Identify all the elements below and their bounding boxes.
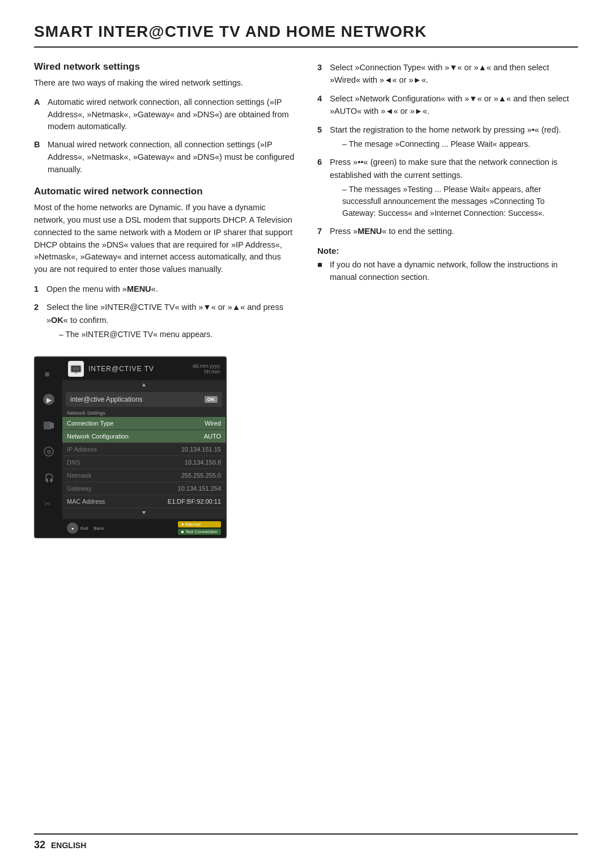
step-4: 4 Select »Network Configuration« with »▼… — [317, 92, 578, 118]
comfort-guide-icon: ⊞ — [39, 363, 59, 384]
steps-right: 3 Select »Connection Type« with »▼« or »… — [317, 61, 578, 238]
tv-label-gateway: Gateway — [67, 485, 91, 492]
step-7: 7 Press »MENU« to end the setting. — [317, 225, 578, 237]
tv-ok-badge: OK — [205, 396, 218, 403]
svg-rect-4 — [50, 423, 54, 428]
tv-color-buttons: ● Attempt ■ Test Connection — [178, 521, 221, 535]
list-text-a: Automatic wired network connection, all … — [48, 96, 295, 133]
step-3: 3 Select »Connection Type« with »▼« or »… — [317, 61, 578, 87]
step4-num: 4 — [317, 92, 325, 118]
footer-number: 32 — [34, 839, 45, 851]
footer-lang: ENGLISH — [51, 841, 86, 850]
step6-sub: – The messages »Testing ... Please Wait«… — [342, 184, 578, 219]
svg-text:⚙: ⚙ — [46, 449, 52, 455]
record-icon — [39, 415, 59, 436]
tv-value-mac: E1:DF:BF:92:00:11 — [168, 498, 221, 505]
step-2: 2 Select the line »INTER@CTIVE TV« with … — [34, 301, 295, 341]
tv-main-panel: INTER@CTIVE TV dd.mm.yyyy hh:mm ▲ inter@… — [62, 358, 226, 537]
tv-chevron-down: ▼ — [62, 508, 226, 517]
tv-exit-btn[interactable]: ● — [67, 522, 78, 534]
svg-text:✂: ✂ — [44, 499, 51, 508]
step-6: 6 Press »••« (green) to make sure that t… — [317, 156, 578, 219]
tv-row-connection-type: Connection Type Wired — [62, 417, 226, 430]
tv-row-netmask: Netmask 255.255.255.0 — [62, 469, 226, 482]
tv-value-connection-type: Wired — [205, 420, 221, 427]
tv-logo — [68, 361, 84, 377]
tv-sidebar: ⊞ ▶ ⚙ 🎧 ✂ — [35, 358, 226, 537]
tv-label-netmask: Netmask — [67, 472, 91, 479]
tv-back-label: Back — [94, 526, 104, 531]
step3-text: Select »Connection Type« with »▼« or »▲«… — [330, 61, 578, 87]
step-1: 1 Open the menu with »MENU«. — [34, 283, 295, 295]
headphone-icon: 🎧 — [39, 467, 59, 488]
tv-exit-icon: ● — [71, 526, 74, 530]
step5-num: 5 — [317, 124, 325, 150]
section1-intro: There are two ways of making the wired n… — [34, 77, 295, 90]
tv-app-label: inter@ctive Applications — [70, 395, 143, 403]
left-column: Wired network settings There are two way… — [34, 61, 295, 538]
tv-header: INTER@CTIVE TV dd.mm.yyyy hh:mm — [62, 358, 226, 380]
step2-sub: – The »INTER@CTIVE TV« menu appears. — [59, 329, 295, 341]
page-footer: 32 ENGLISH — [34, 833, 578, 851]
list-letter-b: B — [34, 139, 42, 176]
tv-chevron-up: ▲ — [62, 380, 226, 389]
tv-network-label: Network Settings — [62, 408, 226, 417]
step5-sub: – The mesage »Connecting ... Please Wait… — [342, 138, 561, 150]
section1-title: Wired network settings — [34, 61, 295, 73]
svg-text:🎧: 🎧 — [44, 473, 54, 483]
svg-rect-11 — [75, 372, 77, 373]
right-column: 3 Select »Connection Type« with »▼« or »… — [317, 61, 578, 538]
note-label: Note: — [317, 246, 578, 256]
tv-value-gateway: 10.134.151.254 — [178, 485, 221, 492]
tv-green-btn[interactable]: ■ Test Connection — [178, 529, 221, 535]
svg-text:▶: ▶ — [46, 396, 52, 404]
tv-label-connection-type: Connection Type — [67, 420, 113, 427]
tv-row-gateway: Gateway 10.134.151.254 — [62, 482, 226, 495]
tv-screen: ⊞ ▶ ⚙ 🎧 ✂ — [34, 356, 227, 538]
tv-rows: Connection Type Wired Network Configurat… — [62, 417, 226, 508]
tv-icon-bar: ⊞ ▶ ⚙ 🎧 ✂ — [35, 358, 62, 537]
note-item: ■ If you do not have a dynamic network, … — [317, 259, 578, 284]
play-icon: ▶ — [39, 389, 59, 410]
tv-value-netmask: 255.255.255.0 — [181, 472, 221, 479]
list-letter-a: A — [34, 96, 42, 133]
step7-num: 7 — [317, 225, 325, 237]
note-text: If you do not have a dynamic network, fo… — [330, 259, 578, 284]
tv-title: INTER@CTIVE TV — [88, 365, 154, 373]
svg-rect-10 — [73, 367, 79, 371]
step3-num: 3 — [317, 61, 325, 87]
tv-row-network-config: Network Configuration AUTO — [62, 430, 226, 443]
step4-text: Select »Network Configuration« with »▼« … — [330, 92, 578, 118]
section2-body: Most of the home networks are Dynamic. I… — [34, 202, 295, 276]
tv-row-ip: IP Address 10.134.151.15 — [62, 443, 226, 456]
step6-content: Press »••« (green) to make sure that the… — [330, 156, 578, 219]
step2-num: 2 — [34, 301, 42, 341]
step6-num: 6 — [317, 156, 325, 219]
step5-text: Start the registration to the home netwo… — [330, 125, 561, 134]
step2-text: Select the line »INTER@CTIVE TV« with »▼… — [46, 303, 283, 324]
tv-value-network-config: AUTO — [204, 433, 221, 440]
step6-text: Press »••« (green) to make sure that the… — [330, 158, 558, 179]
tv-exit-label: Exit — [80, 526, 88, 531]
section2-title: Automatic wired network connection — [34, 186, 295, 197]
tv-label-dns: DNS — [67, 459, 80, 466]
step7-text: Press »MENU« to end the setting. — [330, 225, 454, 237]
tv-label-network-config: Network Configuration — [67, 433, 129, 440]
tv-bottom-left: ● Exit Back — [67, 521, 104, 535]
tv-value-dns: 10.134.150.8 — [185, 459, 221, 466]
list-item-a: A Automatic wired network connection, al… — [34, 96, 295, 133]
tv-row-mac: MAC Address E1:DF:BF:92:00:11 — [62, 495, 226, 508]
step-5: 5 Start the registration to the home net… — [317, 124, 578, 150]
list-text-b: Manual wired network connection, all con… — [48, 139, 295, 176]
tv-label-ip: IP Address — [67, 446, 97, 453]
tv-row-dns: DNS 10.134.150.8 — [62, 456, 226, 469]
tv-app-row: inter@ctive Applications OK — [66, 392, 222, 407]
tv-bottom-bar: ● Exit Back ● Attempt ■ Test Connection — [62, 519, 226, 537]
tv-value-ip: 10.134.151.15 — [181, 446, 221, 453]
step5-content: Start the registration to the home netwo… — [330, 124, 561, 150]
note-bullet: ■ — [317, 259, 325, 284]
tv-label-mac: MAC Address — [67, 498, 105, 505]
list-item-b: B Manual wired network connection, all c… — [34, 139, 295, 176]
scissors-icon: ✂ — [39, 493, 59, 514]
tv-yellow-btn[interactable]: ● Attempt — [178, 521, 221, 527]
